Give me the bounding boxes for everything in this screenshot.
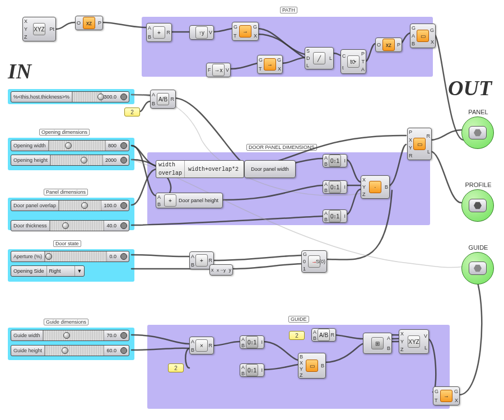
panel-const-2b[interactable]: 2	[168, 363, 184, 372]
slider-door-overlap[interactable]: Door panel overlap100.0	[11, 200, 129, 211]
interval-2[interactable]: AB0↕1I	[323, 180, 347, 194]
slider-value: 40.0	[104, 221, 119, 231]
slider-label: Guide height	[11, 346, 45, 356]
slider-label: %<this.host.thickness>%	[11, 92, 72, 102]
eval-icon: t⟳	[347, 55, 360, 68]
interval-1[interactable]: AB0↕1I	[323, 154, 347, 167]
deconstruct[interactable]: ⊞AB	[363, 333, 392, 354]
interval-5[interactable]: AB0↕1I	[240, 363, 264, 377]
box-icon: ▭	[306, 360, 318, 372]
slider-guide-height[interactable]: Guide height60.0	[11, 345, 129, 356]
move-icon: →	[440, 390, 452, 402]
plane-icon: xz	[83, 17, 95, 29]
div-icon: A/B	[157, 93, 169, 105]
group-guide-label: GUIDE	[288, 316, 309, 323]
valuelist-value: Right	[47, 268, 74, 274]
slider-label: Door panel overlap	[11, 200, 59, 211]
move-a[interactable]: GT→GX	[232, 22, 259, 41]
geometry-icon	[469, 262, 487, 275]
out-label: OUT	[448, 76, 492, 100]
box[interactable]: BXYZ▭B	[298, 353, 326, 379]
orient-icon: ▭	[417, 30, 429, 42]
xz-plane-2[interactable]: OxzP	[375, 38, 402, 52]
output-label-profile: PROFILE	[461, 181, 495, 188]
pt-icon: ·	[369, 181, 381, 193]
move-b[interactable]: GT→GX	[257, 55, 283, 74]
panel-const-2c[interactable]: 2	[289, 331, 305, 340]
valuelist-opening-side[interactable]: Opening SideRight▼	[11, 265, 85, 277]
slider-door-thickness[interactable]: Door thickness40.0	[11, 220, 129, 231]
expression-width[interactable]: widthoverlap width+overlap*2	[156, 160, 244, 178]
group-guide-dims-label: Guide dimensions	[44, 319, 88, 325]
vector-2pt[interactable]: XYZXYZVL	[399, 329, 429, 354]
slider-value: 60.0	[104, 346, 119, 356]
slider-label: Door thickness	[11, 221, 50, 231]
panel-const-2a[interactable]: 2	[124, 108, 140, 116]
rectangle[interactable]: PXYR▭RL	[407, 128, 432, 160]
division-ab-2[interactable]: ABA/BR	[311, 328, 336, 342]
group-opening-label: Opening dimensions	[39, 129, 90, 136]
construct-point[interactable]: XYZ XYZ Pt	[22, 17, 56, 41]
slider-label: Aperture (%)	[11, 251, 45, 262]
unit-x[interactable]: F→xV	[206, 63, 231, 77]
line-icon: ╱	[313, 52, 325, 64]
chevron-down-icon[interactable]: ▼	[74, 266, 84, 276]
slider-label: Opening width	[11, 141, 49, 151]
construct-point-xyz[interactable]: XYZ·B	[361, 175, 390, 199]
param-label: Door panel width	[245, 161, 295, 178]
geometry-icon	[469, 126, 487, 139]
multiplication[interactable]: AB×R	[189, 337, 214, 354]
xyz-icon: XYZ	[33, 23, 45, 35]
expr-input: width	[158, 162, 182, 168]
slider-guide-width[interactable]: Guide width70.0	[11, 330, 129, 341]
stream-out: S(0)	[315, 259, 326, 264]
slider-opening-width[interactable]: Opening width800	[11, 140, 129, 151]
addition-a[interactable]: AB+R	[146, 23, 172, 42]
expr-text: width+overlap*2	[185, 161, 242, 178]
valuelist-label: Opening Side	[11, 266, 47, 276]
decon-icon: ⊞	[371, 337, 384, 349]
expr-input: overlap	[158, 170, 182, 176]
group-path-label: PATH	[280, 7, 297, 13]
addition-height[interactable]: AB+Door panel height	[156, 193, 223, 208]
slider-opening-height[interactable]: Opening height2000	[11, 155, 129, 166]
expression-xy[interactable]: xx→yy	[209, 264, 233, 276]
grasshopper-canvas[interactable]: IN OUT PATH DOOR PANEL DIMENSIONS GUIDE …	[0, 0, 504, 420]
slider-value: 800	[105, 141, 119, 151]
slider-label: Opening height	[11, 155, 50, 165]
move-guide[interactable]: GT→GX	[433, 386, 460, 405]
orient[interactable]: GAB▭GX	[410, 24, 436, 48]
unit-y[interactable]: ↑yV	[189, 25, 214, 40]
door-panel-width-out[interactable]: Door panel width	[244, 160, 296, 178]
slider-aperture[interactable]: Aperture (%)0.0	[11, 251, 129, 262]
stream-filter[interactable]: G01→S(0)	[301, 250, 327, 273]
slider-host-thickness[interactable]: %<this.host.thickness>% 300.0	[11, 91, 129, 102]
interval-4[interactable]: AB0↕1I	[240, 335, 264, 349]
eval-length[interactable]: Ctt⟳PTA	[340, 49, 366, 74]
xyz-icon: XYZ	[408, 335, 420, 348]
slider-value: 100.0	[101, 200, 119, 211]
slider-value: 2000	[102, 155, 119, 165]
output-label-panel: PANEL	[461, 109, 495, 115]
plane-icon: xz	[382, 39, 395, 51]
group-panel-label: Panel dimensions	[44, 189, 88, 195]
slider-label: Guide width	[11, 330, 43, 340]
move-icon: →	[239, 25, 251, 38]
move-icon: →	[264, 58, 276, 71]
output-label-guide: GUIDE	[461, 244, 495, 251]
geometry-icon	[469, 199, 487, 212]
division-ab[interactable]: ABA/BR	[150, 90, 176, 109]
slider-value: 0.0	[106, 251, 119, 262]
group-door-panel-label: DOOR PANEL DIMENSIONS	[246, 144, 317, 151]
output-profile[interactable]	[461, 189, 494, 222]
in-label: IN	[8, 59, 31, 83]
group-state-label: Door state	[53, 240, 81, 247]
slider-value: 70.0	[104, 330, 119, 340]
output-panel[interactable]	[461, 116, 494, 149]
interval-3[interactable]: AB0↕1I	[323, 209, 347, 223]
line-sdl[interactable]: SDL╱L	[305, 47, 334, 69]
xz-plane[interactable]: OxzP	[75, 16, 103, 30]
output-guide[interactable]	[461, 252, 494, 284]
plus-icon: +	[164, 194, 176, 207]
param-label: Door panel height	[179, 198, 218, 203]
